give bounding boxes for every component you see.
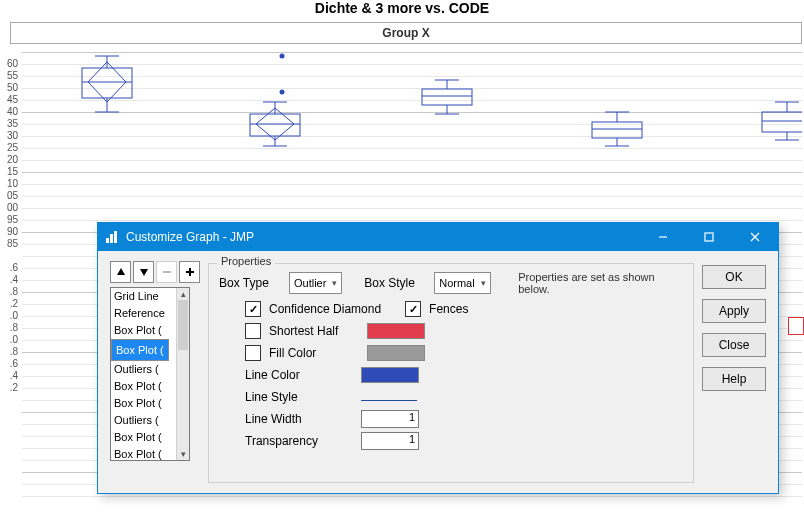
- ok-button[interactable]: OK: [702, 265, 766, 289]
- chevron-down-icon: ▾: [332, 278, 337, 288]
- svg-rect-20: [592, 122, 642, 138]
- close-button[interactable]: Close: [702, 333, 766, 357]
- right-edge-marker: [788, 317, 804, 335]
- fill-color-checkbox[interactable]: [245, 345, 261, 361]
- svg-rect-33: [106, 238, 109, 243]
- list-item[interactable]: Box Plot (: [111, 429, 177, 446]
- list-item[interactable]: Grid Line: [111, 288, 177, 305]
- shortest-half-label: Shortest Half: [269, 324, 359, 338]
- svg-rect-35: [114, 231, 117, 243]
- properties-fieldset: Properties Box Type Outlier▾ Box Style N…: [208, 263, 694, 483]
- confidence-diamond-checkbox[interactable]: ✓: [245, 301, 261, 317]
- svg-rect-37: [705, 233, 713, 241]
- chart-title: Dichte & 3 more vs. CODE: [0, 0, 804, 16]
- customize-graph-dialog: Customize Graph - JMP Grid LineReference…: [97, 222, 779, 494]
- svg-rect-14: [422, 89, 472, 105]
- svg-rect-44: [186, 271, 194, 273]
- list-item[interactable]: Outliers (: [111, 412, 177, 429]
- box-style-select[interactable]: Normal▾: [434, 272, 490, 294]
- scroll-thumb[interactable]: [178, 300, 188, 350]
- shortest-half-color-swatch[interactable]: [367, 323, 425, 339]
- line-color-swatch[interactable]: [361, 367, 419, 383]
- line-style-preview[interactable]: [361, 400, 417, 401]
- list-item[interactable]: Box Plot (: [111, 395, 177, 412]
- confidence-diamond-label: Confidence Diamond: [269, 302, 381, 316]
- properties-note: Properties are set as shown below.: [518, 271, 683, 295]
- line-width-label: Line Width: [245, 412, 353, 426]
- box-style-label: Box Style: [364, 276, 426, 290]
- list-item[interactable]: Box Plot (: [111, 378, 177, 395]
- window-minimize-button[interactable]: [640, 223, 686, 251]
- fences-checkbox[interactable]: ✓: [405, 301, 421, 317]
- list-toolbar: [110, 261, 200, 283]
- fill-color-swatch[interactable]: [367, 345, 425, 361]
- list-item[interactable]: Outliers (: [111, 361, 177, 378]
- listbox-scrollbar[interactable]: ▴ ▾: [176, 288, 189, 460]
- svg-rect-34: [110, 234, 113, 243]
- svg-marker-40: [117, 268, 125, 275]
- move-up-button[interactable]: [110, 261, 131, 283]
- remove-button[interactable]: [156, 261, 177, 283]
- list-item[interactable]: Reference: [111, 305, 177, 322]
- dialog-titlebar[interactable]: Customize Graph - JMP: [98, 223, 778, 251]
- transparency-input[interactable]: 1: [361, 432, 419, 450]
- move-down-button[interactable]: [133, 261, 154, 283]
- svg-rect-26: [762, 112, 802, 132]
- line-width-input[interactable]: 1: [361, 410, 419, 428]
- transparency-label: Transparency: [245, 434, 353, 448]
- scroll-down-icon[interactable]: ▾: [177, 448, 189, 460]
- list-item[interactable]: Box Plot (: [111, 322, 177, 339]
- svg-marker-41: [140, 269, 148, 276]
- window-maximize-button[interactable]: [686, 223, 732, 251]
- outlier-point: [280, 90, 285, 95]
- box-type-select[interactable]: Outlier▾: [289, 272, 342, 294]
- jmp-app-icon: [104, 229, 120, 245]
- list-item[interactable]: Box Plot (: [111, 339, 169, 361]
- line-style-label: Line Style: [245, 390, 353, 404]
- apply-button[interactable]: Apply: [702, 299, 766, 323]
- box-type-label: Box Type: [219, 276, 281, 290]
- y-axis-ticks: 60555045403530252015100500959085.6.4.8.2…: [0, 58, 20, 394]
- dialog-title: Customize Graph - JMP: [126, 230, 640, 244]
- help-button[interactable]: Help: [702, 367, 766, 391]
- group-header: Group X: [10, 22, 802, 44]
- elements-listbox[interactable]: Grid LineReferenceBox Plot (Box Plot (Ou…: [110, 287, 190, 461]
- line-color-label: Line Color: [245, 368, 353, 382]
- fill-color-label: Fill Color: [269, 346, 359, 360]
- chevron-down-icon: ▾: [481, 278, 486, 288]
- scroll-up-icon[interactable]: ▴: [177, 288, 189, 300]
- fences-label: Fences: [429, 302, 468, 316]
- list-item[interactable]: Box Plot (: [111, 446, 177, 461]
- svg-rect-42: [163, 271, 171, 273]
- shortest-half-checkbox[interactable]: [245, 323, 261, 339]
- outlier-point: [280, 54, 285, 59]
- fieldset-legend: Properties: [217, 255, 275, 267]
- add-button[interactable]: [179, 261, 200, 283]
- window-close-button[interactable]: [732, 223, 778, 251]
